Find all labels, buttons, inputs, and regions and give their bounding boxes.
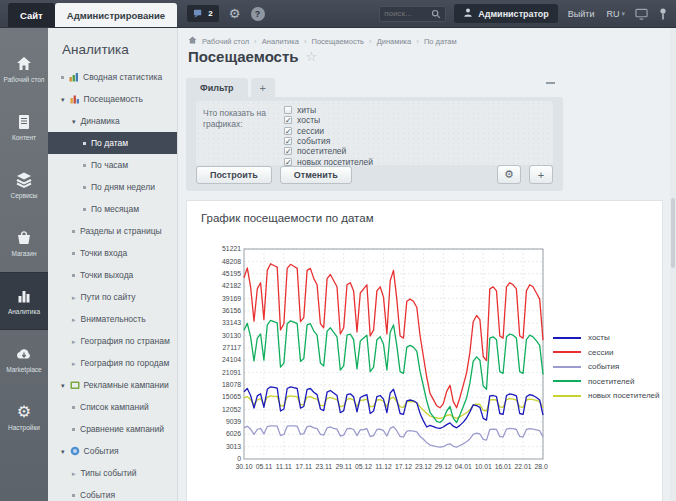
language-value: RU <box>606 9 619 19</box>
rail-item[interactable]: Рабочий стол <box>0 40 48 98</box>
sidebar-menu: Сводная статистика▾Посещаемость▾Динамика… <box>48 66 177 501</box>
svg-text:0: 0 <box>237 455 241 462</box>
svg-text:29.11: 29.11 <box>335 463 352 470</box>
sidebar-item[interactable]: События <box>48 484 177 501</box>
svg-text:30130: 30130 <box>222 332 241 339</box>
rail-item[interactable]: ⚙Настройки <box>0 388 48 446</box>
cancel-button[interactable]: Отменить <box>280 166 352 184</box>
sidebar-item[interactable]: ▸География по странам <box>48 330 177 352</box>
notifications-count: 2 <box>208 9 212 18</box>
sidebar-item[interactable]: Точки входа <box>48 242 177 264</box>
notifications-badge[interactable]: 2 <box>187 5 218 22</box>
sidebar-item[interactable]: ▸География по городам <box>48 352 177 374</box>
svg-text:6026: 6026 <box>226 430 241 437</box>
breadcrumb-link[interactable]: Динамика <box>377 37 412 46</box>
checkbox[interactable] <box>284 106 292 114</box>
sidebar-item-label: По часам <box>91 160 128 170</box>
bullet-icon <box>61 76 64 79</box>
sidebar-item[interactable]: ▸Пути по сайту <box>48 286 177 308</box>
legend-label: новых посетителей <box>588 391 660 400</box>
chart-legend: хостысессиисобытияпосетителейновых посет… <box>553 333 660 406</box>
bullet-icon <box>72 274 75 277</box>
svg-text:45195: 45195 <box>222 270 241 277</box>
monitor-icon[interactable] <box>635 8 648 20</box>
sidebar-item[interactable]: По месяцам <box>48 198 177 220</box>
svg-text:33143: 33143 <box>222 319 241 326</box>
sidebar-item[interactable]: Список кампаний <box>48 396 177 418</box>
favorite-star-icon[interactable]: ☆ <box>306 49 318 64</box>
filter-settings-gear-button[interactable]: ⚙ <box>497 165 521 184</box>
sidebar-item-label: События <box>80 490 115 500</box>
bullet-icon <box>72 428 75 431</box>
checkbox-label: хиты <box>297 105 316 115</box>
admin-tab[interactable]: Администрирование <box>55 3 177 27</box>
rail-item[interactable]: Сервисы <box>0 156 48 214</box>
sidebar-item-label: Динамика <box>81 116 120 126</box>
add-filter-tab[interactable]: + <box>251 78 275 97</box>
legend-item: события <box>553 362 660 371</box>
breadcrumb-link[interactable]: Посещаемость <box>312 37 364 46</box>
sidebar-item-label: Сравнение кампаний <box>80 424 164 434</box>
sidebar-item[interactable]: ▾Посещаемость <box>48 88 177 110</box>
rail-item-label: Настройки <box>1 424 47 431</box>
breadcrumb-link[interactable]: Аналитика <box>262 37 299 46</box>
filter-checkbox-row[interactable]: ✓хосты <box>284 115 373 125</box>
sidebar-item[interactable]: Сводная статистика <box>48 66 177 88</box>
sidebar-item[interactable]: ▾События <box>48 440 177 462</box>
checkbox[interactable]: ✓ <box>284 137 292 145</box>
checkbox[interactable]: ✓ <box>284 127 292 135</box>
checkbox[interactable]: ✓ <box>284 147 292 155</box>
sidebar-item[interactable]: По дням недели <box>48 176 177 198</box>
svg-text:22.01: 22.01 <box>515 463 532 470</box>
events-icon <box>70 446 80 456</box>
filter-checkbox-row[interactable]: ✓сессии <box>284 126 373 136</box>
rail-item[interactable]: Магазин <box>0 214 48 272</box>
rail-item-label: Магазин <box>1 250 47 257</box>
home-icon <box>15 55 33 73</box>
rail-item[interactable]: Аналитика <box>0 272 48 330</box>
site-tab[interactable]: Сайт <box>8 3 55 27</box>
filter-checkbox-row[interactable]: ✓события <box>284 136 373 146</box>
sidebar-item[interactable]: По датам <box>48 132 177 154</box>
rail-item-label: Marketplace <box>1 366 47 373</box>
settings-gear-icon[interactable]: ⚙ <box>228 7 242 21</box>
user-button[interactable]: Администратор <box>454 4 558 23</box>
breadcrumb-link[interactable]: Рабочий стол <box>202 37 249 46</box>
build-button[interactable]: Построить <box>196 166 272 184</box>
sidebar-item[interactable]: ▸Типы событий <box>48 462 177 484</box>
checkbox[interactable]: ✓ <box>284 116 292 124</box>
help-icon[interactable]: ? <box>251 7 265 21</box>
legend-label: сессии <box>588 348 613 357</box>
sidebar-item[interactable]: Точки выхода <box>48 264 177 286</box>
sidebar-item-label: География по городам <box>81 358 170 368</box>
sidebar-item[interactable]: ▾Рекламные кампании <box>48 374 177 396</box>
filter-add-button[interactable]: + <box>529 165 553 184</box>
svg-text:16.01: 16.01 <box>495 463 512 470</box>
chart-title: График посещаемости по датам <box>201 212 374 224</box>
bullet-icon <box>72 406 75 409</box>
filter-tab[interactable]: Фильтр <box>186 78 248 97</box>
bullet-icon <box>72 230 75 233</box>
language-selector[interactable]: RU ▾ <box>606 9 625 19</box>
pin-icon[interactable] <box>658 7 668 20</box>
search-icon <box>431 5 441 23</box>
breadcrumb-link[interactable]: По датам <box>424 37 457 46</box>
sidebar-item[interactable]: ▸Внимательность <box>48 308 177 330</box>
rail-item[interactable]: Контент <box>0 98 48 156</box>
rail-item-label: Рабочий стол <box>1 76 47 83</box>
rail-item[interactable]: Marketplace <box>0 330 48 388</box>
sidebar-item-label: Типы событий <box>81 468 137 478</box>
svg-text:11.12: 11.12 <box>375 463 392 470</box>
search-input[interactable] <box>384 9 431 18</box>
svg-text:23.12: 23.12 <box>415 463 432 470</box>
sidebar-item[interactable]: ▾Динамика <box>48 110 177 132</box>
sidebar-item[interactable]: Сравнение кампаний <box>48 418 177 440</box>
sidebar-item[interactable]: По часам <box>48 154 177 176</box>
sidebar-item[interactable]: Разделы и страницы <box>48 220 177 242</box>
checkbox[interactable]: ✓ <box>284 158 292 166</box>
collapse-filter-icon[interactable] <box>546 82 555 84</box>
filter-checkbox-row[interactable]: хиты <box>284 105 373 115</box>
scrollbar-thumb[interactable] <box>671 198 675 268</box>
filter-checkbox-row[interactable]: ✓посетителей <box>284 146 373 156</box>
logout-link[interactable]: Выйти <box>568 9 595 19</box>
